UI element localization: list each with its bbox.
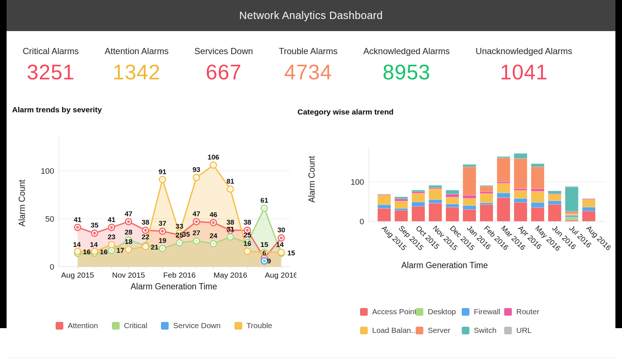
bar-segment-load-balancer[interactable] <box>497 183 510 193</box>
bar-segment-access-point[interactable] <box>548 204 561 221</box>
bar-segment-load-balancer[interactable] <box>463 198 476 205</box>
category-bar-chart[interactable]: 0100Aug 2015Sep 2015Oct 2015Nov 2015Dec … <box>304 121 619 282</box>
bar-segment-load-balancer[interactable] <box>480 194 493 203</box>
legend-item-router[interactable]: Router <box>504 307 544 316</box>
bar-segment-access-point[interactable] <box>378 208 391 221</box>
bar-segment-access-point[interactable] <box>497 198 510 221</box>
bar-segment-firewall[interactable] <box>582 207 595 211</box>
bar-segment-server[interactable] <box>463 167 476 195</box>
bar-segment-firewall[interactable] <box>446 204 459 207</box>
legend-swatch-icon <box>235 322 242 330</box>
legend-label: Server <box>428 326 450 335</box>
legend-item-desktop[interactable]: Desktop <box>416 307 462 316</box>
bar-segment-switch[interactable] <box>463 164 476 166</box>
bar-segment-access-point[interactable] <box>446 207 459 221</box>
bar-segment-access-point[interactable] <box>531 207 544 221</box>
bar-segment-firewall[interactable] <box>395 208 408 210</box>
bar-segment-router[interactable] <box>531 188 544 191</box>
chart-text: 19 <box>158 237 166 244</box>
chart-text: 14 <box>276 241 284 248</box>
legend-item-attention[interactable]: Attention <box>56 321 98 330</box>
bar-segment-access-point[interactable] <box>514 202 527 221</box>
bar-segment-router[interactable] <box>497 182 510 183</box>
severity-line-chart[interactable]: 050100Aug 2015Nov 2015Feb 2016May 2016Au… <box>7 126 296 298</box>
legend-item-server[interactable]: Server <box>416 326 462 335</box>
bar-segment-switch[interactable] <box>378 194 391 194</box>
bar-segment-firewall[interactable] <box>548 201 561 204</box>
bar-segment-server[interactable] <box>514 158 527 188</box>
stat-value: 8953 <box>383 60 431 84</box>
bar-segment-router[interactable] <box>412 192 425 193</box>
bar-segment-load-balancer[interactable] <box>412 193 425 202</box>
chart-text: 47 <box>125 210 132 218</box>
bar-segment-router[interactable] <box>514 188 527 190</box>
legend-item-service-down[interactable]: Service Down <box>161 321 221 330</box>
legend-item-critical[interactable]: Critical <box>112 321 147 330</box>
legend-item-load-balan-[interactable]: Load Balan... <box>360 326 416 335</box>
bar-segment-switch[interactable] <box>480 185 493 186</box>
bar-segment-load-balancer[interactable] <box>565 214 578 215</box>
legend-item-firewall[interactable]: Firewall <box>462 307 504 316</box>
bar-segment-url[interactable] <box>565 186 578 187</box>
bar-segment-firewall[interactable] <box>378 205 391 209</box>
bar-segment-server[interactable] <box>531 167 544 188</box>
chart-text: 100 <box>41 166 54 176</box>
bar-segment-access-point[interactable] <box>395 210 408 221</box>
bar-segment-firewall[interactable] <box>497 193 510 198</box>
bar-segment-firewall[interactable] <box>514 198 527 202</box>
legend-item-switch[interactable]: Switch <box>462 326 504 335</box>
chart-text: 47 <box>192 210 200 218</box>
legend-swatch-icon <box>161 322 169 330</box>
bar-segment-firewall[interactable] <box>429 200 442 203</box>
legend-item-access-point[interactable]: Access Point <box>360 307 416 316</box>
bar-segment-switch[interactable] <box>582 198 595 199</box>
bar-segment-switch[interactable] <box>514 153 527 158</box>
bar-segment-firewall[interactable] <box>531 202 544 207</box>
bar-segment-switch[interactable] <box>548 191 561 194</box>
bar-segment-load-balancer[interactable] <box>446 197 459 204</box>
bar-segment-load-balancer[interactable] <box>429 189 442 199</box>
chart-text: 14 <box>73 241 81 248</box>
bar-segment-switch[interactable] <box>497 157 510 158</box>
legend-item-trouble[interactable]: Trouble <box>235 321 272 330</box>
chart-text: Aug 2016 <box>265 271 296 279</box>
stats-row: Critical Alarms3251Attention Alarms1342S… <box>7 41 615 89</box>
bar-segment-access-point[interactable] <box>565 220 578 221</box>
bar-segment-access-point[interactable] <box>582 211 595 221</box>
bar-segment-desktop[interactable] <box>565 217 578 220</box>
bar-segment-access-point[interactable] <box>463 210 476 221</box>
bar-segment-router[interactable] <box>463 195 476 199</box>
bar-segment-load-balancer[interactable] <box>582 200 595 207</box>
legend-item-url[interactable]: URL <box>504 326 544 335</box>
stat-label: Services Down <box>194 46 253 56</box>
chart-text: 6 <box>262 249 266 257</box>
bar-segment-switch[interactable] <box>429 185 442 188</box>
bar-segment-access-point[interactable] <box>480 205 493 221</box>
bar-segment-load-balancer[interactable] <box>514 191 527 199</box>
bar-segment-router[interactable] <box>480 192 493 194</box>
bar-segment-switch[interactable] <box>565 187 578 211</box>
bar-segment-firewall[interactable] <box>565 215 578 217</box>
bar-segment-switch[interactable] <box>531 164 544 167</box>
bar-segment-access-point[interactable] <box>412 206 425 221</box>
bar-segment-router[interactable] <box>429 188 442 189</box>
bar-segment-switch[interactable] <box>446 190 459 194</box>
chart-text: 100 <box>351 177 364 187</box>
bar-segment-load-balancer[interactable] <box>395 201 408 208</box>
bar-segment-server[interactable] <box>480 186 493 192</box>
bar-segment-router[interactable] <box>395 199 408 201</box>
bar-segment-load-balancer[interactable] <box>378 195 391 205</box>
bar-segment-server[interactable] <box>565 211 578 214</box>
bar-segment-switch[interactable] <box>412 190 425 192</box>
stat-label: Attention Alarms <box>105 46 169 56</box>
chart-text: 106 <box>207 153 219 161</box>
bar-segment-load-balancer[interactable] <box>531 191 544 202</box>
bar-segment-router[interactable] <box>446 194 459 197</box>
bar-segment-access-point[interactable] <box>429 203 442 221</box>
bar-segment-firewall[interactable] <box>412 202 425 206</box>
bar-segment-firewall[interactable] <box>480 203 493 204</box>
bar-segment-firewall[interactable] <box>463 206 476 210</box>
bar-segment-switch[interactable] <box>395 197 408 199</box>
bar-segment-server[interactable] <box>497 158 510 182</box>
bar-segment-load-balancer[interactable] <box>548 195 561 201</box>
